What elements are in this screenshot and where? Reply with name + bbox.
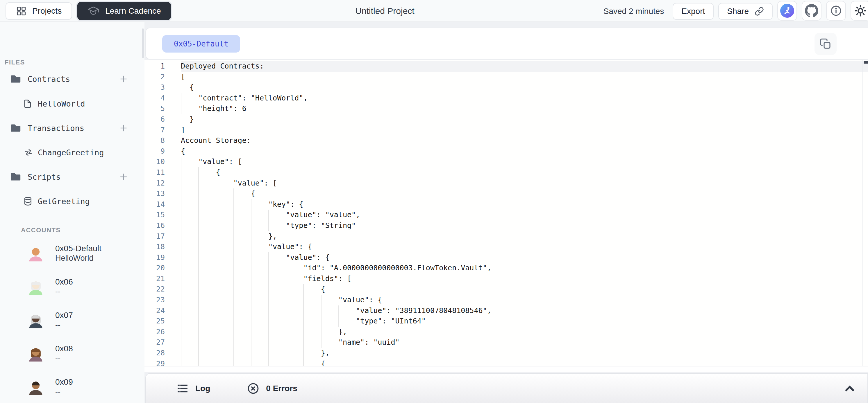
indent-guide [234, 221, 251, 231]
account-avatar [27, 378, 44, 396]
account-avatar [27, 311, 44, 329]
sidebar-item-scripts[interactable]: Scripts [0, 168, 145, 186]
info-button[interactable] [826, 1, 846, 21]
info-icon [830, 5, 842, 17]
indent-guide [234, 337, 251, 348]
line-number: 6 [145, 114, 181, 125]
indent-guide [181, 252, 198, 263]
folder-icon [10, 74, 22, 84]
indent-guide [181, 199, 198, 210]
line-number: 27 [145, 337, 181, 348]
line-number: 20 [145, 263, 181, 273]
code-editor[interactable]: 1Deployed Contracts:2[3 {4"contract": "H… [145, 60, 868, 366]
indent-guide [268, 210, 286, 221]
log-tab-label: Log [195, 384, 210, 393]
indent-guide [234, 242, 251, 252]
folder-icon [10, 172, 22, 182]
add-scripts-button[interactable] [119, 172, 128, 182]
indent-guide [198, 295, 216, 305]
account-item-0x08[interactable]: 0x08-- [0, 339, 145, 367]
log-panel: Log 0 Errors [145, 373, 868, 403]
share-button-label: Share [727, 7, 749, 16]
indent-guide [216, 221, 233, 231]
indent-guide [268, 348, 286, 359]
github-button[interactable] [802, 1, 822, 21]
line-number: 29 [145, 359, 181, 366]
errors-tab[interactable]: 0 Errors [247, 382, 297, 395]
account-item-0x06[interactable]: 0x06-- [0, 273, 145, 301]
learn-cadence-label: Learn Cadence [105, 6, 161, 16]
indent-guide [198, 231, 216, 242]
code-line-text: "type": "String" [181, 221, 868, 231]
indent-guide [251, 210, 268, 221]
indent-guide [251, 221, 268, 231]
learn-cadence-button[interactable]: Learn Cadence [77, 2, 170, 20]
indent-guide [216, 284, 233, 295]
code-line: 5"height": 6 [145, 103, 868, 114]
theme-toggle-button[interactable] [850, 1, 868, 21]
indent-guide [268, 221, 286, 231]
copy-button[interactable] [814, 33, 837, 55]
indent-guide [198, 348, 216, 359]
sidebar-item-transactions[interactable]: Transactions [0, 119, 145, 137]
indent-guide [286, 263, 303, 273]
indent-guide [251, 305, 268, 316]
code-line: 11{ [145, 167, 868, 178]
account-item-0x05-default[interactable]: 0x05-DefaultHelloWorld [0, 239, 145, 267]
collapse-panel-button[interactable] [843, 382, 856, 395]
editor-scrollbar-thumb[interactable] [864, 61, 868, 64]
account-deployed-contracts: HelloWorld [55, 254, 101, 263]
tab-0x05-default[interactable]: 0x05-Default [162, 35, 240, 53]
indent-guide [181, 263, 198, 273]
export-button-label: Export [681, 7, 705, 16]
code-line-text: }, [181, 327, 868, 337]
add-contracts-button[interactable] [119, 74, 128, 84]
share-button[interactable]: Share [718, 3, 773, 20]
link-icon [755, 7, 764, 16]
code-line-text: "value": [ [181, 178, 868, 189]
add-transactions-button[interactable] [119, 123, 128, 133]
top-bar: Projects Learn Cadence Untitled Project … [0, 0, 868, 22]
account-text: 0x07-- [55, 310, 73, 330]
indent-guide [216, 252, 233, 263]
line-number: 13 [145, 189, 181, 199]
code-line-text: { [181, 284, 868, 295]
code-line: 27"name": "uuid" [145, 337, 868, 348]
indent-guide [268, 316, 286, 327]
sidebar-scrollbar-thumb[interactable] [142, 29, 144, 58]
indent-guide [198, 210, 216, 221]
indent-guide [268, 252, 286, 263]
line-number: 15 [145, 210, 181, 221]
graduation-cap-icon [87, 5, 99, 17]
indent-guide [234, 273, 251, 284]
community-button[interactable] [777, 1, 797, 21]
projects-button[interactable]: Projects [5, 2, 72, 20]
sidebar-item-helloworld[interactable]: HelloWorld [0, 94, 145, 113]
account-item-0x09[interactable]: 0x09-- [0, 373, 145, 401]
log-tab[interactable]: Log [176, 382, 210, 395]
code-line-text: }, [181, 231, 868, 242]
indent-guide [181, 189, 198, 199]
code-line: 7] [145, 125, 868, 136]
code-line-text: }, [181, 348, 868, 359]
code-line: 8Account Storage: [145, 135, 868, 146]
account-item-0x07[interactable]: 0x07-- [0, 306, 145, 334]
line-number: 21 [145, 273, 181, 284]
indent-guide [181, 273, 198, 284]
line-number: 8 [145, 135, 181, 146]
indent-guide [181, 242, 198, 252]
sidebar-item-changegreeting[interactable]: ChangeGreeting [0, 143, 145, 162]
sidebar-item-getgreeting[interactable]: GetGreeting [0, 192, 145, 210]
code-line-text: Deployed Contracts: [181, 61, 868, 72]
code-line-text: Account Storage: [181, 135, 868, 146]
indent-guide [181, 178, 198, 189]
indent-guide [268, 273, 286, 284]
indent-guide [216, 295, 233, 305]
export-button[interactable]: Export [673, 3, 714, 20]
indent-guide [268, 295, 286, 305]
indent-guide [251, 327, 268, 337]
code-line-text: "type": "UInt64" [181, 316, 868, 327]
code-line-text: ] [181, 125, 868, 136]
sidebar-item-contracts[interactable]: Contracts [0, 70, 145, 88]
indent-guide [181, 284, 198, 295]
